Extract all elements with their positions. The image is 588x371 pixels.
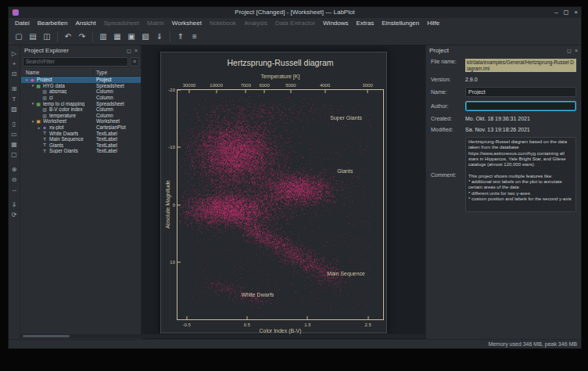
add-image-button[interactable]: ▨ (9, 104, 20, 114)
new-worksheet-button[interactable]: ▣ (124, 30, 138, 44)
tree-row-temp-to-ci-mapping[interactable]: ▾▦temp to ci mappingSpreadsheet (21, 100, 141, 106)
plot-text-label-giants[interactable]: Giants (337, 167, 353, 173)
break-layout-button[interactable]: ▢ (9, 149, 20, 160)
open-project-icon: ▤ (29, 32, 36, 41)
tree-row-hyg-data[interactable]: ▾▦HYG dataSpreadsheet (21, 83, 141, 89)
menu-worksheet[interactable]: Worksheet (168, 18, 206, 28)
properties-header: Project ◻× (426, 45, 581, 56)
menu-windows[interactable]: Windows (319, 18, 352, 28)
add-text-button[interactable]: T (9, 94, 20, 104)
column-header-name[interactable]: Name (26, 68, 39, 77)
new-matrix-button[interactable]: ▦ (110, 30, 124, 44)
tree-row-b-v-color-index[interactable]: ▥B-V color indexColumn (21, 106, 141, 113)
zoom-in-button[interactable]: ⊕ (9, 164, 20, 175)
tree-item-name: Project (37, 77, 52, 82)
horizontal-layout-button[interactable]: ▭ (9, 129, 20, 139)
zoom-fit-button[interactable]: ↔ (9, 185, 20, 195)
menu-datei[interactable]: Datei (11, 18, 34, 28)
comment-field[interactable]: Hertzsprung-Russel diagram based on the … (465, 137, 576, 212)
float-button[interactable]: ◻ (567, 48, 572, 54)
maximize-button[interactable]: ◻ (564, 7, 569, 18)
tree-row-absmag[interactable]: ▥absmagColumn (21, 88, 141, 95)
float-button[interactable]: ◻ (127, 48, 131, 54)
horizontal-scrollbar[interactable] (21, 334, 425, 338)
tree-row-giants[interactable]: TGiantsTextLabel (21, 142, 141, 149)
export-button[interactable]: ⇓ (9, 200, 20, 210)
undo-button[interactable]: ↶ (61, 30, 75, 44)
column-icon: ▥ (41, 88, 48, 94)
tree-row-ci[interactable]: ▥ciColumn (21, 95, 141, 101)
refresh-icon: ⟳ (12, 211, 17, 218)
print-icon: ≡ (192, 32, 197, 41)
window-controls: –◻× (554, 7, 578, 18)
tree-column-headers[interactable]: Name Type (21, 68, 141, 77)
refresh-button[interactable]: ⟳ (9, 210, 20, 220)
author-field[interactable] (465, 101, 576, 111)
plot-text-label-main-sequence[interactable]: Main Sequence (327, 271, 365, 276)
tree-row-temperature[interactable]: ▥temperatureColumn (21, 113, 141, 119)
titlebar[interactable]: Project [Changed] - [Worksheet] — LabPlo… (9, 7, 581, 18)
worksheet-page[interactable]: Hertzsprung-Russell diagram Temperature … (160, 52, 387, 333)
plot-text-label-white-dwarfs[interactable]: White Dwarfs (242, 291, 274, 297)
tree-row-worksheet[interactable]: ▾▣WorksheetWorksheet (21, 118, 141, 124)
tree-row-xy-plot[interactable]: ▸◈xy-plotCartesianPlot (21, 124, 141, 131)
new-project-button[interactable]: ▢ (12, 30, 26, 44)
menu-ansicht[interactable]: Ansicht (71, 18, 99, 28)
top-axis-title[interactable]: Temperature [K] (177, 74, 384, 79)
close-button[interactable]: × (575, 48, 578, 54)
worksheet-view[interactable]: Hertzsprung-Russell diagram Temperature … (142, 45, 426, 339)
minimize-button[interactable]: – (554, 7, 558, 18)
menu-hilfe[interactable]: Hilfe (423, 18, 443, 28)
new-worksheet-icon: ▣ (127, 32, 134, 41)
tree-row-white-dwarfs[interactable]: TWhite DwarfsTextLabel (21, 130, 141, 136)
textlabel-icon: T (41, 131, 48, 135)
scatter-canvas[interactable] (177, 90, 383, 319)
horizontal-layout-icon: ▭ (11, 131, 17, 138)
y-axis-title[interactable]: Absolute Magnitude (165, 180, 170, 229)
print-button[interactable]: ≡ (188, 30, 202, 44)
name-field[interactable] (465, 87, 576, 97)
tree-item-name: Giants (49, 142, 63, 148)
import-data-button[interactable]: ⇓ (152, 30, 167, 44)
toolbar-separator (170, 31, 170, 42)
plot-frame[interactable]: 300001000070006000500040003000-0.50.51.5… (177, 89, 384, 320)
tree-row-super-giants[interactable]: TSuper GiantsTextLabel (21, 148, 141, 154)
navigate-button[interactable]: + (9, 59, 20, 69)
save-project-icon: ◫ (43, 32, 50, 41)
plot-text-label-super-giants[interactable]: Super Giants (330, 115, 362, 121)
close-button[interactable]: × (574, 7, 578, 18)
menu-extras[interactable]: Extras (353, 18, 378, 28)
tree-row-project[interactable]: ▾◆ProjectProject (21, 77, 141, 83)
tree-item-name: absmag (49, 88, 66, 94)
navigate-icon: + (13, 60, 16, 67)
tick-label: 10000 (210, 83, 223, 88)
zoom-select-button[interactable]: ⊡ (9, 69, 20, 79)
export-icon: ⇓ (12, 201, 17, 208)
redo-button[interactable]: ↷ (75, 30, 89, 44)
save-project-button[interactable]: ◫ (40, 30, 54, 44)
close-button[interactable]: × (134, 48, 138, 54)
bottom-axis-title[interactable]: Color Index (B-V) (177, 328, 384, 333)
open-project-button[interactable]: ▤ (26, 30, 40, 44)
tick-mark (177, 90, 181, 91)
menu-einstellungen[interactable]: Einstellungen (378, 18, 423, 28)
filter-options-button[interactable]: ≡ (130, 57, 139, 67)
vertical-layout-button[interactable]: ▯ (9, 119, 20, 129)
plot-title[interactable]: Hertzsprung-Russell diagram (177, 58, 384, 67)
search-input[interactable] (23, 57, 128, 67)
scrollbar-handle[interactable] (23, 335, 70, 337)
new-spreadsheet-button[interactable]: ▥ (96, 30, 110, 44)
properties-panel: Project ◻× File name: kit/data/examples/… (426, 45, 581, 339)
status-bar: Memory used 346 MB, peak 346 MB (9, 339, 581, 348)
grid-layout-button[interactable]: ▦ (9, 139, 20, 149)
tick-mark (216, 90, 217, 93)
menu-bearbeiten[interactable]: Bearbeiten (34, 18, 72, 28)
add-plot-button[interactable]: ⊞ (9, 84, 20, 94)
select-button[interactable]: ▷ (9, 49, 20, 59)
tree-row-main-sequence[interactable]: TMain SequenceTextLabel (21, 136, 141, 142)
column-header-type[interactable]: Type (96, 68, 107, 77)
new-notebook-button[interactable]: ▧ (138, 30, 152, 44)
export-image-button[interactable]: ⇑ (174, 30, 188, 44)
project-explorer-title: Project Explorer (24, 47, 69, 54)
zoom-out-button[interactable]: ⊖ (9, 175, 20, 185)
